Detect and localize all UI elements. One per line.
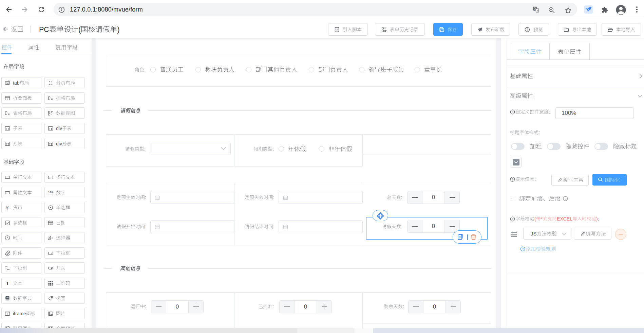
svg-text::: :: [145, 224, 146, 229]
svg-text:(: (: [78, 25, 81, 34]
svg-text:¥: ¥: [5, 205, 9, 210]
svg-text:tab: tab: [13, 80, 20, 85]
svg-text:iframe: iframe: [13, 311, 26, 316]
svg-text::: :: [534, 176, 536, 182]
svg-text::: :: [549, 109, 550, 115]
svg-text:?: ?: [512, 217, 513, 221]
svg-text:T: T: [6, 281, 10, 286]
svg-text::: :: [144, 146, 146, 152]
svg-text::: :: [401, 195, 402, 200]
svg-text:15: 15: [50, 223, 52, 225]
svg-text:123: 123: [48, 191, 53, 194]
svg-text::: :: [145, 195, 146, 200]
svg-text:?: ?: [565, 197, 566, 200]
svg-text::: :: [144, 67, 146, 72]
svg-text:?: ?: [512, 110, 513, 114]
svg-text:div: div: [56, 141, 62, 146]
svg-text:(: (: [534, 216, 536, 222]
svg-text::: :: [273, 195, 274, 200]
svg-text:div: div: [56, 125, 62, 131]
svg-text:EXCEL: EXCEL: [557, 216, 572, 222]
svg-text::: :: [272, 146, 274, 152]
svg-text:X: X: [536, 9, 538, 12]
svg-text:?: ?: [512, 178, 513, 181]
svg-text::: :: [145, 304, 146, 309]
svg-text::: :: [401, 224, 402, 229]
svg-text::: :: [598, 216, 599, 222]
svg-text:PC: PC: [39, 25, 49, 34]
svg-text:?: ?: [522, 247, 524, 251]
svg-text::: :: [272, 304, 274, 309]
svg-text:*: *: [541, 216, 543, 222]
svg-text:G: G: [534, 7, 536, 10]
svg-text::: :: [538, 130, 540, 135]
svg-text:?: ?: [527, 28, 528, 31]
svg-text:JS: JS: [531, 231, 537, 236]
svg-text::: :: [273, 224, 274, 229]
svg-text::: :: [403, 304, 404, 309]
svg-text:TAB: TAB: [6, 82, 9, 84]
svg-text:): ): [117, 25, 120, 34]
